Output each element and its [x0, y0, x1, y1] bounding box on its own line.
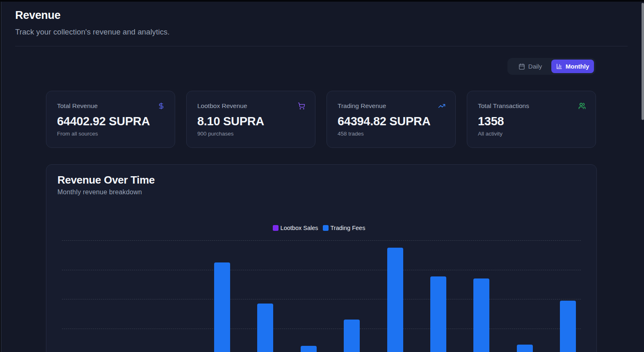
calendar-icon: [518, 63, 525, 70]
legend-label: Trading Fees: [331, 225, 365, 231]
stat-value: 64402.92 SUPRA: [57, 115, 164, 128]
stat-label: Lootbox Revenue: [197, 102, 304, 110]
bar-trading-fees: [344, 320, 360, 352]
stat-sub: 458 trades: [338, 131, 445, 137]
header-divider: [15, 46, 628, 46]
stat-card-total-transactions: Total Transactions 1358 All activity: [467, 91, 596, 148]
page-subtitle: Track your collection's revenue and anal…: [15, 28, 170, 37]
legend-label: Lootbox Sales: [281, 225, 318, 231]
stat-sub: All activity: [478, 131, 585, 137]
page-title: Revenue: [15, 9, 60, 22]
stat-card-trading-revenue: Trading Revenue 64394.82 SUPRA 458 trade…: [327, 91, 456, 148]
monthly-button[interactable]: Monthly: [551, 60, 594, 73]
bar-trading-fees: [387, 248, 403, 352]
bar-chart-plot: [62, 240, 581, 352]
stat-sub: 900 purchases: [197, 131, 304, 137]
stat-label: Trading Revenue: [338, 102, 445, 110]
stat-card-lootbox-revenue: Lootbox Revenue 8.10 SUPRA 900 purchases: [186, 91, 315, 148]
stat-value: 8.10 SUPRA: [197, 115, 304, 128]
chart-title: Revenue Over Time: [57, 174, 155, 186]
stat-card-total-revenue: Total Revenue 64402.92 SUPRA From all so…: [46, 91, 175, 148]
chart-legend: Lootbox Sales Trading Fees: [59, 225, 578, 231]
bar-trading-fees: [257, 304, 273, 352]
chart-subtitle: Monthly revenue breakdown: [57, 189, 142, 196]
legend-item-lootbox-sales: Lootbox Sales: [273, 225, 318, 231]
stat-value: 1358: [478, 115, 585, 128]
stat-value: 64394.82 SUPRA: [338, 115, 445, 128]
period-toggle: Daily Monthly: [507, 58, 596, 75]
chart-gridline: [62, 240, 581, 241]
stat-label: Total Revenue: [57, 102, 164, 110]
revenue-chart-card: Revenue Over Time Monthly revenue breakd…: [46, 164, 597, 352]
bar-trading-fees: [473, 278, 489, 352]
shopping-cart-icon: [298, 102, 305, 110]
window-top-edge: [0, 0, 644, 2]
content-left-border: [1, 2, 1, 352]
legend-item-trading-fees: Trading Fees: [323, 225, 365, 231]
daily-button[interactable]: Daily: [509, 60, 551, 73]
bar-trading-fees: [517, 345, 533, 352]
trending-up-icon: [438, 102, 445, 110]
bar-chart-icon: [556, 63, 562, 69]
users-icon: [578, 102, 586, 110]
chart-gridline: [62, 329, 581, 329]
bar-trading-fees: [301, 346, 317, 352]
lootbox-sales-swatch: [273, 225, 279, 231]
chart-gridline: [62, 270, 581, 270]
dollar-sign-icon: [158, 102, 165, 110]
scrollbar-thumb[interactable]: [642, 3, 644, 120]
monthly-label: Monthly: [566, 63, 589, 70]
bar-trading-fees: [430, 276, 446, 352]
bar-trading-fees: [214, 262, 230, 352]
daily-label: Daily: [528, 63, 542, 70]
stat-sub: From all sources: [57, 131, 164, 137]
stat-label: Total Transactions: [478, 102, 585, 110]
bar-trading-fees: [560, 301, 576, 352]
chart-gridline: [62, 299, 581, 299]
stat-cards: Total Revenue 64402.92 SUPRA From all so…: [46, 91, 597, 148]
trading-fees-swatch: [323, 225, 329, 231]
